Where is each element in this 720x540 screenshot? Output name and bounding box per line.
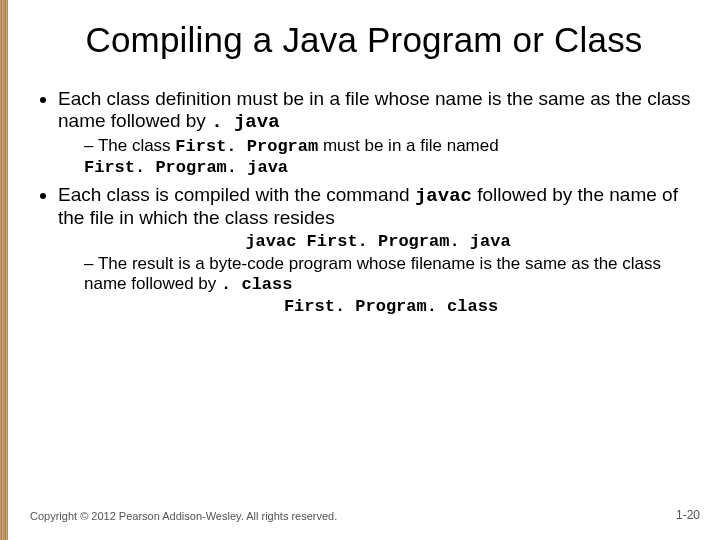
page-number: 1-20 <box>676 508 700 522</box>
slide-content: Each class definition must be in a file … <box>8 88 720 317</box>
bullet-1-text: Each class definition must be in a file … <box>58 88 691 131</box>
bullet-1-sub-mid: must be in a file named <box>318 136 498 155</box>
bullet-1-sub-pre: The class <box>98 136 175 155</box>
code-class-ext: . class <box>221 275 292 294</box>
bullet-1-sub: The class First. Program must be in a fi… <box>84 136 698 178</box>
code-line-javac: javac First. Program. java <box>58 232 698 252</box>
bullet-1: Each class definition must be in a file … <box>58 88 698 178</box>
bullet-2-sub: The result is a byte-code program whose … <box>84 254 698 317</box>
bullet-2-sub-pre: The result is a byte-code program whose … <box>84 254 661 293</box>
code-java-ext: . java <box>211 111 279 133</box>
code-firstprogram: First. Program <box>175 137 318 156</box>
code-javac: javac <box>415 185 472 207</box>
slide-title: Compiling a Java Program or Class <box>8 20 720 60</box>
code-line-class: First. Program. class <box>84 297 698 317</box>
bullet-2: Each class is compiled with the command … <box>58 184 698 317</box>
copyright-footer: Copyright © 2012 Pearson Addison-Wesley.… <box>30 510 337 522</box>
decorative-stripe <box>0 0 8 540</box>
slide: Compiling a Java Program or Class Each c… <box>8 0 720 540</box>
code-firstprogram-java: First. Program. java <box>84 158 288 177</box>
bullet-2-pre: Each class is compiled with the command <box>58 184 415 205</box>
